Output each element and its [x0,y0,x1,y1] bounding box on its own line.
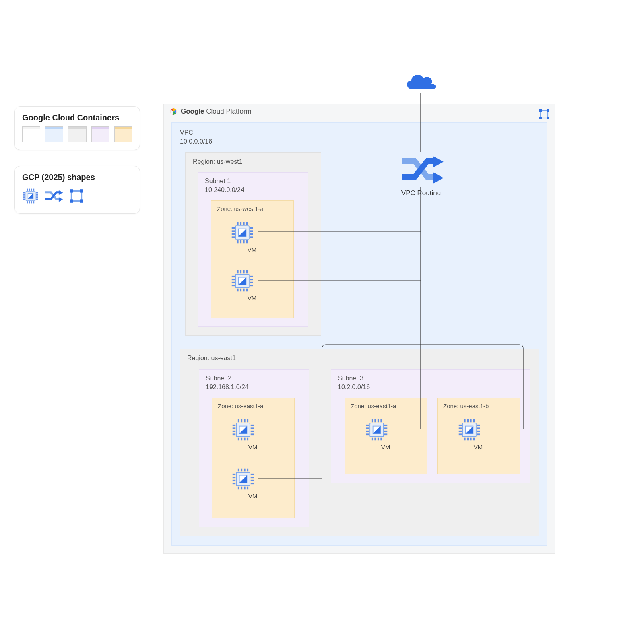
container-swatch[interactable] [45,126,63,142]
square-corners-icon[interactable] [68,188,85,206]
svg-rect-81 [251,433,254,435]
svg-rect-50 [232,276,235,277]
svg-rect-35 [240,240,242,244]
svg-rect-88 [241,469,242,472]
svg-rect-127 [477,427,480,429]
svg-rect-102 [372,419,373,423]
vpc-routing-icon[interactable] [398,152,444,188]
vm-east2-2[interactable] [231,467,255,493]
svg-rect-58 [232,282,235,283]
palette-containers[interactable]: Google Cloud Containers [14,106,140,150]
container-swatch[interactable] [114,126,132,142]
svg-rect-84 [238,469,239,472]
svg-rect-74 [244,419,246,423]
svg-rect-12 [23,196,25,198]
cpu-icon[interactable] [22,188,39,206]
svg-rect-8 [23,194,25,196]
svg-rect-16 [23,199,25,200]
zone-east-a1-label: Zone: us-east1-a [218,402,263,410]
palette-containers-title: Google Cloud Containers [15,107,140,125]
svg-rect-97 [247,487,248,490]
svg-rect-89 [241,487,242,490]
svg-rect-108 [366,427,369,429]
svg-rect-91 [251,477,254,478]
svg-rect-125 [467,438,469,441]
svg-rect-54 [232,279,235,280]
svg-rect-105 [384,425,388,426]
svg-rect-77 [251,431,254,432]
square-corners-icon[interactable] [538,108,550,122]
palette-shapes-row [15,184,140,213]
svg-rect-19 [70,189,73,192]
gcp-platform-header: Google Cloud Platform [169,107,252,116]
svg-rect-20 [80,189,83,192]
svg-rect-130 [459,431,462,432]
svg-rect-42 [246,222,248,225]
svg-rect-11 [31,201,32,203]
svg-rect-135 [477,433,480,435]
svg-rect-90 [233,477,236,478]
gcp-logo-icon [169,107,178,116]
zone-east3-a-label: Zone: us-east1-a [351,402,396,410]
svg-rect-2 [27,189,28,191]
vm-east2-1[interactable] [231,418,255,444]
vm-east3-a-label: VM [345,444,427,450]
region-west-label: Region: us-west1 [193,157,243,166]
svg-rect-124 [467,419,469,423]
svg-rect-66 [238,419,239,423]
svg-rect-95 [251,480,254,481]
subnet1-label: Subnet 110.240.0.0/24 [205,177,244,194]
svg-rect-57 [243,289,245,292]
svg-rect-79 [247,438,248,441]
container-swatch[interactable] [22,126,40,142]
svg-rect-40 [232,233,235,235]
cloud-icon[interactable] [402,71,439,95]
palette-shapes-title: GCP (2025) shapes [15,166,140,184]
svg-rect-13 [36,196,38,198]
subnet2-label: Subnet 2192.168.1.0/24 [206,374,249,391]
svg-rect-43 [246,240,248,244]
svg-rect-112 [366,431,369,432]
svg-rect-9 [36,194,38,196]
svg-rect-71 [241,438,242,441]
palette-swatches [15,125,140,150]
svg-rect-78 [247,419,248,423]
vm-east3-b[interactable] [457,418,481,444]
svg-rect-109 [384,427,388,429]
zone-east-a1-container[interactable]: Zone: us-east1-a [212,398,295,518]
svg-rect-27 [547,117,549,119]
svg-rect-48 [237,270,239,274]
svg-rect-30 [237,222,239,225]
svg-rect-59 [250,282,253,283]
svg-rect-113 [384,431,388,432]
vm-west-a-2[interactable] [230,269,254,295]
vm-west-a-1[interactable] [230,221,254,246]
svg-rect-49 [237,289,239,292]
svg-rect-94 [233,480,236,481]
svg-rect-45 [250,236,253,238]
routing-icon[interactable] [44,188,63,205]
svg-rect-128 [470,419,472,423]
svg-rect-56 [243,270,245,274]
svg-rect-96 [247,469,248,472]
gcp-platform-title: Cloud Platform [206,107,251,115]
svg-rect-73 [251,427,254,429]
svg-rect-61 [246,289,248,292]
container-swatch[interactable] [91,126,109,142]
svg-rect-14 [33,189,35,191]
svg-rect-68 [233,425,236,426]
svg-rect-132 [473,419,475,423]
container-swatch[interactable] [68,126,86,142]
vpc-label: VPC10.0.0.0/16 [180,128,212,146]
svg-rect-55 [250,279,253,280]
svg-rect-44 [232,236,235,238]
vm-east3-a[interactable] [365,418,389,444]
svg-rect-21 [70,199,73,202]
svg-rect-107 [374,438,376,441]
vm-east3-b-label: VM [437,444,519,450]
svg-rect-110 [378,419,379,423]
svg-rect-86 [233,474,236,475]
svg-rect-53 [240,289,242,292]
zone-west-a-label: Zone: us-west1-a [217,205,264,213]
palette-shapes[interactable]: GCP (2025) shapes [14,166,140,214]
